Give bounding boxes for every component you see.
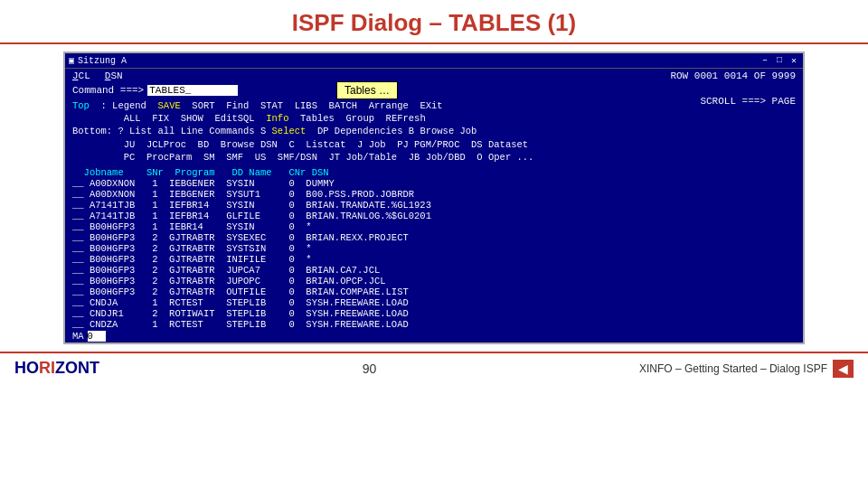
close-button[interactable]: ✕	[788, 55, 799, 66]
window-icon: ▣	[69, 55, 74, 66]
content-line-5: PC ProcParm SM SMF US SMF/DSN JT Job/Tab…	[72, 151, 796, 164]
command-input[interactable]	[147, 85, 238, 96]
command-line: Command ===> Tables … SCROLL ===> PAGE	[65, 83, 803, 98]
terminal-window: ▣ Sitzung A – □ ✕ JCL DSN ROW 0001 0014 …	[63, 52, 805, 344]
tables-tooltip: Tables …	[336, 81, 398, 99]
page-title: ISPF Dialog – TABLES (1)	[0, 0, 868, 44]
content-line-1: Top : Legend SAVE SORT Find STAT LIBS BA…	[72, 99, 796, 112]
logo-ri: RI	[39, 359, 55, 377]
table-header: Jobname SNr Program DD Name CNr DSN	[72, 167, 796, 178]
table-row: __ B00HGFP3 2 GJTRABTR OUTFILE 0 BRIAN.C…	[72, 286, 796, 297]
table-row: __ CNDJA 1 RCTEST STEPLIB 0 SYSH.FREEWAR…	[72, 297, 796, 308]
page-container: ISPF Dialog – TABLES (1) ▣ Sitzung A – □…	[0, 0, 868, 384]
nav-back-button[interactable]: ◀	[833, 360, 854, 378]
table-row: __ B00HGFP3 2 GJTRABTR INIFILE 0 *	[72, 254, 796, 265]
minimize-button[interactable]: –	[760, 55, 770, 66]
menu-bar: JCL DSN ROW 0001 0014 OF 9999	[65, 69, 803, 83]
table-row: __ A7141TJB 1 IEFBR14 GLFILE 0 BRIAN.TRA…	[72, 211, 796, 221]
table-row: __ B00HGFP3 2 GJTRABTR SYSEXEC 0 BRIAN.R…	[72, 232, 796, 243]
window-controls: – □ ✕	[760, 55, 799, 66]
table-row: __ A00DXNON 1 IEBGENER SYSUT1 0 B00.PSS.…	[72, 189, 796, 200]
status-label: MA	[72, 331, 84, 342]
logo-ho: HO	[14, 359, 39, 377]
window-titlebar: ▣ Sitzung A – □ ✕	[65, 53, 803, 69]
table-row: __ A7141TJB 1 IEFBR14 SYSIN 0 BRIAN.TRAN…	[72, 200, 796, 211]
table-row: __ CNDJR1 2 ROTIWAIT STEPLIB 0 SYSH.FREE…	[72, 308, 796, 319]
maximize-button[interactable]: □	[774, 55, 785, 66]
page-number: 90	[363, 361, 377, 376]
content-line-3: Bottom: ? List all Line Commands S Selec…	[72, 125, 796, 137]
table-section: Jobname SNr Program DD Name CNr DSN __ A…	[65, 165, 803, 330]
table-row: __ B00HGFP3 2 GJTRABTR JUPOPC 0 BRIAN.OP…	[72, 276, 796, 286]
scroll-info: SCROLL ===> PAGE	[700, 96, 796, 107]
nav-text: XINFO – Getting Started – Dialog ISPF	[639, 362, 827, 375]
content-area: Top : Legend SAVE SORT Find STAT LIBS BA…	[65, 98, 803, 165]
footer: HORIZONT 90 XINFO – Getting Started – Di…	[0, 352, 868, 384]
footer-right: XINFO – Getting Started – Dialog ISPF ◀	[639, 360, 854, 378]
menu-dsn[interactable]: DSN	[105, 70, 123, 81]
horizont-logo: HORIZONT	[14, 359, 99, 378]
table-row: __ CNDZA 1 RCTEST STEPLIB 0 SYSH.FREEWAR…	[72, 319, 796, 330]
content-line-2: ALL FIX SHOW EditSQL Info Tables Group R…	[72, 112, 796, 125]
command-label: Command ===>	[72, 85, 144, 96]
table-row: __ B00HGFP3 1 IEBR14 SYSIN 0 *	[72, 221, 796, 232]
table-row: __ B00HGFP3 2 GJTRABTR JUPCA7 0 BRIAN.CA…	[72, 265, 796, 276]
status-input[interactable]	[88, 331, 106, 342]
row-info: ROW 0001 0014 OF 9999	[670, 70, 796, 81]
logo-zont: ZONT	[55, 359, 99, 377]
window-title-left: ▣ Sitzung A	[69, 55, 127, 66]
menu-jcl[interactable]: JCL	[72, 70, 90, 81]
table-row: __ B00HGFP3 2 GJTRABTR SYSTSIN 0 *	[72, 243, 796, 254]
table-row: __ A00DXNON 1 IEBGENER SYSIN 0 DUMMY	[72, 178, 796, 189]
window-title-text: Sitzung A	[78, 56, 127, 66]
status-bar: MA	[65, 330, 803, 343]
content-line-4: JU JCLProc BD Browse DSN C Listcat J Job…	[72, 138, 796, 151]
